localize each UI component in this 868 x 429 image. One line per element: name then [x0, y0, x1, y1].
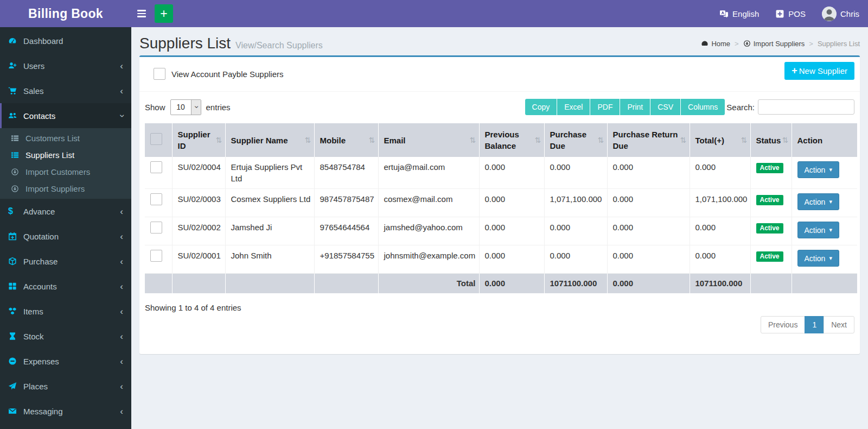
hourglass-icon: [8, 332, 22, 340]
language-label: English: [732, 9, 759, 18]
plus-icon: +: [792, 65, 797, 77]
status-badge: Active: [756, 163, 783, 173]
page-length-select[interactable]: 10 ‹: [170, 99, 201, 115]
sidebar-subitem-suppliers-list[interactable]: Suppliers List: [0, 147, 131, 163]
cell-previous-balance: 0.000: [479, 157, 544, 189]
caret-down-icon: ▾: [829, 198, 832, 205]
export-pdf-button[interactable]: PDF: [590, 99, 620, 115]
sidebar-item-contacts[interactable]: Contacts‹: [0, 103, 131, 128]
action-dropdown-button[interactable]: Action▾: [797, 193, 839, 210]
cell-supplier-name: Cosmex Suppliers Ltd: [225, 189, 314, 217]
cell-total: 0.000: [690, 217, 750, 245]
sort-icon[interactable]: ⇅: [741, 135, 748, 146]
action-dropdown-button[interactable]: Action▾: [797, 250, 839, 267]
cell-mobile: 987457875487: [314, 189, 378, 217]
sort-icon[interactable]: ⇅: [470, 135, 476, 146]
sidebar-item-dashboard[interactable]: Dashboard: [0, 28, 131, 53]
sidebar-item-messaging[interactable]: Messaging‹: [0, 399, 131, 424]
sidebar-item-sales[interactable]: Sales‹: [0, 78, 131, 103]
pos-button[interactable]: POS: [775, 9, 806, 18]
sidebar-subitem-import-customers[interactable]: Import Customers: [0, 163, 131, 180]
column-header-status[interactable]: Status⇅: [750, 123, 792, 157]
sort-icon[interactable]: ⇅: [305, 135, 311, 146]
sidebar-item-quotation[interactable]: Quotation‹: [0, 224, 131, 249]
column-header-purchase-return-due[interactable]: Purchase Return Due⇅: [607, 123, 690, 157]
row-checkbox[interactable]: [150, 250, 162, 262]
sidebar-item-purchase[interactable]: Purchase‹: [0, 249, 131, 274]
export-copy-button[interactable]: Copy: [525, 99, 557, 115]
row-checkbox[interactable]: [150, 222, 162, 234]
quick-add-button[interactable]: +: [155, 4, 173, 23]
cell-select: [145, 245, 172, 274]
action-dropdown-button[interactable]: Action▾: [797, 222, 839, 238]
minus-circle-icon: [8, 357, 22, 365]
sort-icon[interactable]: ⇅: [598, 135, 604, 146]
row-checkbox[interactable]: [150, 161, 162, 173]
page-length-control: Show 10 ‹ entries: [145, 99, 231, 115]
language-menu[interactable]: English: [719, 9, 759, 18]
cell-total: 0.000: [690, 245, 750, 274]
status-badge: Active: [756, 251, 783, 262]
new-supplier-button[interactable]: + New Supplier: [784, 62, 854, 80]
sidebar-subitem-customers-list[interactable]: Customers List: [0, 130, 131, 147]
supplier-row: SU/02/0001John Smith+91857584755johnsmit…: [145, 245, 857, 274]
cell-purchase-due: 0.000: [544, 157, 607, 189]
view-account-payable-checkbox[interactable]: [154, 68, 165, 80]
search-input[interactable]: [758, 99, 854, 115]
cell-purchase-return-due: 0.000: [607, 217, 690, 245]
sort-icon[interactable]: ⇅: [369, 135, 375, 146]
app-logo[interactable]: Billing Book: [0, 0, 131, 27]
cell-action: Action▾: [792, 189, 857, 217]
action-dropdown-button[interactable]: Action▾: [797, 161, 839, 178]
sidebar-item-stock[interactable]: Stock‹: [0, 324, 131, 349]
column-header-previous-balance[interactable]: Previous Balance⇅: [479, 123, 544, 157]
sidebar-item-accounts[interactable]: Accounts‹: [0, 274, 131, 299]
pagination-previous-button[interactable]: Previous: [761, 316, 805, 333]
column-header-name[interactable]: Supplier Name⇅: [225, 123, 314, 157]
chevron-left-icon: ‹: [120, 407, 123, 416]
cell-action: Action▾: [792, 245, 857, 274]
user-name: Chris: [840, 9, 859, 18]
sidebar-subitem-import-suppliers[interactable]: Import Suppliers: [0, 180, 131, 197]
cell-status: Active: [750, 189, 792, 217]
cell-status: Active: [750, 245, 792, 274]
supplier-row: SU/02/0004Ertuja Suppliers Pvt Ltd854875…: [145, 157, 857, 189]
chevron-left-icon: ‹: [120, 232, 123, 241]
pagination-next-button[interactable]: Next: [824, 316, 854, 333]
sort-icon[interactable]: ⇅: [535, 135, 541, 146]
view-account-payable-filter[interactable]: View Account Payble Suppliers: [154, 62, 284, 80]
row-checkbox[interactable]: [150, 193, 162, 205]
user-menu[interactable]: Chris: [822, 7, 859, 21]
column-header-total[interactable]: Total(+)⇅: [690, 123, 750, 157]
sidebar-item-expenses[interactable]: Expenses‹: [0, 349, 131, 374]
export-csv-button[interactable]: CSV: [650, 99, 680, 115]
suppliers-table: Supplier ID⇅Supplier Name⇅Mobile⇅Email⇅P…: [145, 123, 857, 293]
sidebar-item-users[interactable]: Users‹: [0, 53, 131, 78]
dashboard-icon: [701, 40, 709, 47]
sidebar-item-places[interactable]: Places‹: [0, 374, 131, 399]
sidebar-toggle-button[interactable]: [131, 0, 152, 27]
export-excel-button[interactable]: Excel: [557, 99, 590, 115]
column-header-purchase-due[interactable]: Purchase Due⇅: [544, 123, 607, 157]
sort-icon[interactable]: ⇅: [782, 135, 789, 146]
select-all-checkbox[interactable]: [150, 133, 162, 145]
export-print-button[interactable]: Print: [620, 99, 650, 115]
column-header-email[interactable]: Email⇅: [378, 123, 479, 157]
dollar-icon: $: [8, 207, 22, 216]
cell-purchase-due: 0.000: [544, 217, 607, 245]
footer-total-value: 0.000: [607, 274, 690, 293]
breadcrumb-import-suppliers[interactable]: Import Suppliers: [743, 40, 805, 48]
pagination-page-1[interactable]: 1: [805, 316, 824, 333]
sidebar-item-advance[interactable]: $Advance‹: [0, 199, 131, 224]
column-header-mobile[interactable]: Mobile⇅: [314, 123, 378, 157]
column-header-id[interactable]: Supplier ID⇅: [172, 123, 225, 157]
cell-select: [145, 157, 172, 189]
sort-icon[interactable]: ⇅: [680, 135, 687, 146]
arrow-circle-icon: [743, 40, 751, 47]
export-columns-button[interactable]: Columns: [681, 99, 725, 115]
sort-icon[interactable]: ⇅: [216, 135, 222, 146]
breadcrumb-home[interactable]: Home: [701, 40, 730, 48]
sidebar-item-items[interactable]: Items‹: [0, 299, 131, 324]
caret-down-icon: ▾: [829, 226, 832, 234]
breadcrumb-separator: >: [809, 40, 813, 48]
